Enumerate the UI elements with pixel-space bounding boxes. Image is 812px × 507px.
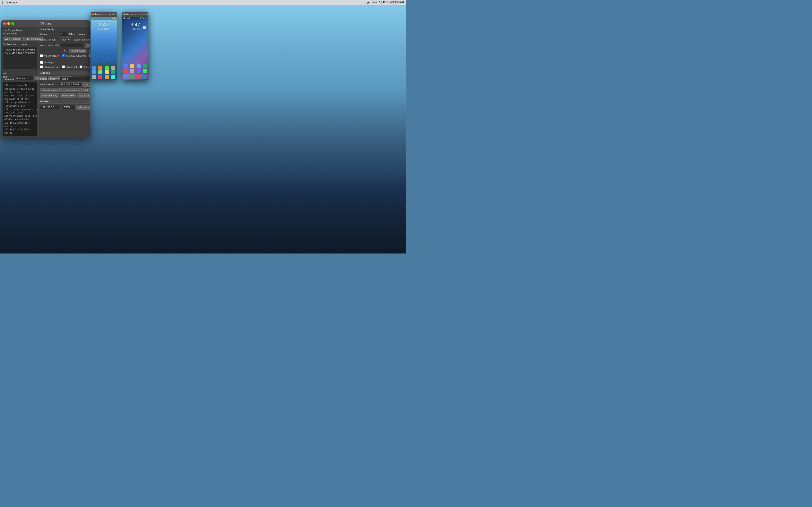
record-format-select[interactable]: mp4 mkv xyxy=(60,37,71,42)
app-icon-4[interactable] xyxy=(111,66,115,70)
phone1-status: ✦ ◈ 📶 xyxy=(110,17,116,19)
frameless-checkbox[interactable] xyxy=(80,65,83,68)
record-format-label: record format: xyxy=(40,38,58,41)
console-line-3: AdbProcessImpl::out:List of devices atta… xyxy=(4,114,36,121)
window-title: QtScrcpy xyxy=(40,22,51,25)
apply-button[interactable]: apply xyxy=(89,49,90,53)
script-select[interactable] xyxy=(40,49,67,53)
phone2-app-8[interactable] xyxy=(143,69,147,73)
phone2-dock-3[interactable] xyxy=(136,74,141,78)
always-on-top-checkbox-row: always on top xyxy=(40,65,59,68)
format-row: record format: mp4 mkv lock orientation:… xyxy=(40,37,90,42)
phone2-app-3[interactable] xyxy=(137,64,141,68)
device-item-1[interactable]: Phone-192.168.2.109:5555 xyxy=(4,48,36,51)
start-server-button[interactable]: start server xyxy=(83,82,90,87)
adb-command-label: adb command: xyxy=(3,75,14,81)
wifi-connect-button[interactable]: WIFI Connect xyxy=(3,37,22,41)
wireless-port-input[interactable] xyxy=(63,105,75,109)
maximize-button[interactable] xyxy=(11,22,14,25)
max-size-label: max size: xyxy=(79,33,90,36)
app-icon-6[interactable] xyxy=(98,70,102,74)
phone1-date: 6月16日 周四下午 xyxy=(91,28,117,30)
phone2-status-icons: 🔋下午2:47 xyxy=(139,17,148,19)
stop-all-server-button[interactable]: stop all server xyxy=(40,88,60,92)
background-record-checkbox[interactable] xyxy=(62,54,65,57)
adb-command-input[interactable] xyxy=(15,76,33,80)
get-device-ip-button[interactable]: get device IP xyxy=(83,88,90,92)
server-buttons-row: stop all server refresh devices get devi… xyxy=(40,88,90,92)
screen-off-label: screen-off xyxy=(66,66,77,68)
select-path-button[interactable]: select path xyxy=(85,43,90,48)
lock-orient-label: lock orientation: xyxy=(74,38,90,41)
mode-section: Use Simple Mode Simple Mode xyxy=(3,28,37,37)
app-icon-8[interactable] xyxy=(111,70,115,74)
device-serial-input[interactable] xyxy=(60,82,81,87)
screen-off-checkbox-row: screen-off xyxy=(62,65,77,68)
phone2-app-6[interactable] xyxy=(130,69,134,73)
start-audio-button[interactable]: start audio xyxy=(60,93,76,98)
show-fps-label: show fps xyxy=(44,61,54,64)
window-titlebar: QtScrcpy xyxy=(1,20,90,27)
wireless-ip-input[interactable] xyxy=(40,105,60,109)
save-path-input[interactable] xyxy=(61,43,83,47)
phone2-app-2[interactable] xyxy=(130,64,134,68)
menubar-left:  QtScrcpy xyxy=(2,1,17,4)
menubar-app-name[interactable]: QtScrcpy xyxy=(6,1,17,4)
app-icon-11[interactable] xyxy=(105,75,109,79)
apple-logo[interactable]:  xyxy=(2,1,3,4)
minimize-button[interactable] xyxy=(7,22,10,25)
usb-section-header: USB line xyxy=(38,71,90,75)
left-panel: Use Simple Mode Simple Mode WIFI Connect… xyxy=(1,27,39,137)
device-name-label: device name: xyxy=(40,77,58,80)
show-fps-checkbox[interactable] xyxy=(40,61,43,64)
app-icon-3[interactable] xyxy=(105,66,109,70)
screen-off-checkbox[interactable] xyxy=(62,65,65,68)
refresh-devices-button[interactable]: refresh devices xyxy=(60,88,82,92)
phone2-app-4[interactable] xyxy=(143,64,147,68)
always-on-top-checkbox[interactable] xyxy=(40,65,43,68)
phone-window-2: Phone-192.168.2.239:5555 通信卡1通 🔋下午2:47 3… xyxy=(122,12,148,80)
install-sndcpy-button[interactable]: install sndcpy xyxy=(40,93,59,98)
wireless-connect-button[interactable]: wireless connect xyxy=(77,105,90,110)
phone2-dock-4[interactable] xyxy=(142,74,146,78)
double-click-label: Double click to connect: xyxy=(3,43,37,46)
console-line-5: 192.168.2.239:5555 device xyxy=(4,128,36,135)
app-icon-12[interactable] xyxy=(111,75,115,79)
bitrate-label: bit rate: xyxy=(40,33,58,36)
mbps-label: Mbps xyxy=(69,33,75,36)
phone2-app-7[interactable] xyxy=(137,69,141,73)
console-line-2: "QtScrcpy 0.0.0 <https://github.com/barr… xyxy=(4,104,36,114)
show-fps-checkbox-row: show fps xyxy=(40,61,54,64)
stop-audio-button[interactable]: stop audio xyxy=(77,93,90,98)
app-icon-1[interactable] xyxy=(92,66,96,70)
right-panel: Start Config bit rate: Mbps max size: re… xyxy=(39,27,90,137)
phone1-titlebar: Phone-192.168.2.109:5555 xyxy=(91,12,117,17)
bitrate-input[interactable] xyxy=(60,32,68,36)
close-button[interactable] xyxy=(3,22,6,25)
app-icon-9[interactable] xyxy=(92,75,96,79)
record-screen-checkbox[interactable] xyxy=(40,54,43,57)
frameless-label: frameless xyxy=(83,66,90,68)
wireless-section-header: Wireless xyxy=(38,99,90,104)
console-line-4: 192.168.2.109:5555 device xyxy=(4,121,36,128)
connect-buttons: WIFI Connect USB Connect xyxy=(3,37,37,41)
device-name-input[interactable] xyxy=(60,77,89,81)
phone2-app-5[interactable] xyxy=(124,69,128,73)
refresh-script-button[interactable]: refresh script xyxy=(69,49,87,53)
background-record-checkbox-row: background record xyxy=(62,54,87,57)
phone2-dock-2[interactable] xyxy=(130,74,134,78)
device-serial-row: device serial: start server stop server xyxy=(40,82,90,87)
phone2-dock-1[interactable] xyxy=(124,74,129,78)
reverse-connection-checkbox[interactable] xyxy=(89,54,90,57)
console-line-1: "This software is completely open source… xyxy=(4,84,36,104)
app-icon-2[interactable] xyxy=(98,66,102,70)
device-item-2[interactable]: Phone-192.168.2.239:5555 xyxy=(4,51,36,55)
app-icon-5[interactable] xyxy=(92,70,96,74)
app-icon-7[interactable] xyxy=(105,70,109,74)
app-icon-10[interactable] xyxy=(98,75,102,79)
phone2-app-1[interactable] xyxy=(124,64,128,68)
script-row: refresh script apply xyxy=(40,49,90,53)
record-screen-label: record screen xyxy=(44,55,59,57)
menubar-right: 31@·17753 6月16日 周四 下午3:47 xyxy=(364,1,404,4)
device-list[interactable]: Phone-192.168.2.109:5555 Phone-192.168.2… xyxy=(3,47,37,69)
